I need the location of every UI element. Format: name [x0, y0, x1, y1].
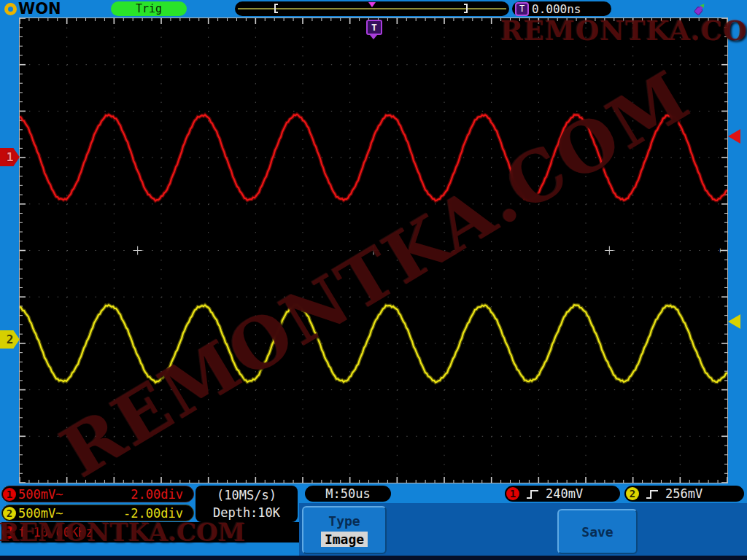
- channel1-position-marker[interactable]: 1: [0, 148, 20, 166]
- save-button[interactable]: Save: [557, 509, 638, 554]
- trigger-time-readout: T 0.000ns: [512, 1, 611, 16]
- channel1-position-label: 1: [7, 150, 14, 164]
- rising-edge-icon: [645, 489, 659, 499]
- window-right-bracket: [464, 4, 468, 13]
- owon-logo-ring-icon: [4, 3, 17, 15]
- channel2-readout: 2 500mV~ -2.00div: [1, 505, 194, 521]
- type-menu-label: Type: [328, 513, 360, 529]
- trigger2-channel-badge: 2: [626, 487, 639, 500]
- trigger-time-value: 0.000ns: [532, 2, 581, 16]
- memory-depth-value: Depth:10K: [213, 504, 280, 521]
- svg-text:T: T: [719, 248, 727, 252]
- save-button-label: Save: [581, 524, 613, 540]
- channel1-position-value: 2.00div: [131, 487, 183, 502]
- channel2-position-label: 2: [7, 332, 14, 346]
- horizontal-position-bar[interactable]: [235, 1, 509, 16]
- trigger-status-badge: Trig: [111, 1, 187, 16]
- trigger-position-arrow-icon[interactable]: [368, 2, 376, 7]
- frequency-channel-badge: 1: [2, 526, 15, 539]
- channel2-badge: 2: [3, 507, 16, 520]
- window-left-bracket: [274, 4, 278, 13]
- channel2-position-marker[interactable]: 2: [0, 330, 20, 349]
- timebase-readout: M:50us: [305, 486, 391, 502]
- type-menu-button[interactable]: Type Image: [302, 506, 387, 554]
- trigger-status-label: Trig: [136, 2, 162, 15]
- scope-canvas: T: [20, 18, 727, 483]
- channel2-trigger-readout: 2 256mV: [624, 486, 744, 502]
- channel2-scale: 500mV~: [18, 506, 63, 521]
- type-menu-value: Image: [321, 532, 368, 547]
- waveform-display: T: [20, 18, 727, 483]
- rising-edge-icon: [525, 489, 540, 499]
- trigger-horizontal-marker-label: T: [366, 20, 382, 35]
- trigger1-level-value: 240mV: [546, 486, 583, 501]
- channel1-trigger-level-arrow-icon[interactable]: [728, 129, 740, 144]
- bottom-edge-strip: [0, 556, 747, 560]
- trigger2-level-value: 256mV: [665, 486, 703, 501]
- bottom-left-strip: [0, 542, 299, 556]
- sample-rate-value: (10MS/s): [217, 486, 276, 504]
- channel1-badge: 1: [3, 488, 16, 501]
- channel2-trigger-level-arrow-icon[interactable]: [728, 314, 740, 329]
- channel1-readout: 1 500mV~ 2.00div: [1, 486, 194, 502]
- trigger-horizontal-marker[interactable]: T: [366, 20, 381, 37]
- trigger-t-icon: T: [515, 2, 529, 16]
- timebase-value: M:50us: [325, 486, 370, 501]
- top-status-bar: WON Trig T 0.000ns: [0, 0, 747, 18]
- acquisition-info-box: (10MS/s) Depth:10K: [196, 486, 298, 522]
- trigger1-channel-badge: 1: [506, 487, 519, 500]
- channel1-trigger-readout: 1 240mV: [505, 486, 620, 502]
- channel1-scale: 500mV~: [18, 487, 63, 502]
- frequency-value: f 10.00KHz: [18, 525, 93, 540]
- channel2-position-value: -2.00div: [123, 506, 183, 521]
- owon-logo-text: WON: [18, 0, 61, 18]
- frequency-counter-readout: 1 f 10.00KHz: [1, 522, 299, 542]
- owon-logo: WON: [4, 1, 61, 17]
- trigger-horizontal-marker-tip: [370, 35, 377, 39]
